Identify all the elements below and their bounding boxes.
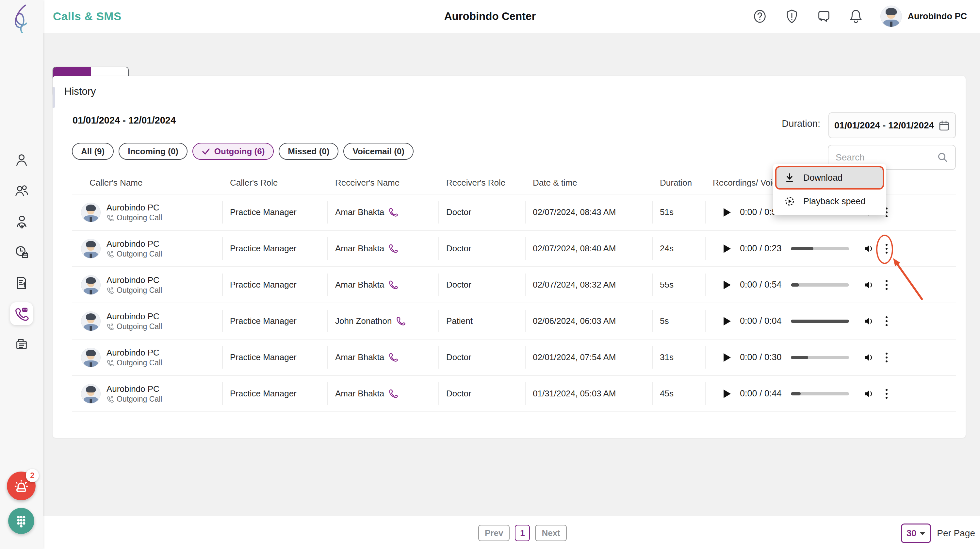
progress-bar[interactable] <box>791 283 849 286</box>
play-icon <box>724 353 731 362</box>
volume-button[interactable] <box>863 243 874 254</box>
people-icon <box>14 183 29 198</box>
recording-cell: 0:00 / 0:30 <box>705 339 956 375</box>
current-page-button[interactable]: 1 <box>515 525 530 541</box>
recording-cell: 0:00 / 0:44 <box>705 376 956 411</box>
sidebar-item-doctor[interactable] <box>10 210 33 233</box>
user-name: Aurobindo PC <box>908 11 967 22</box>
user-avatar <box>880 6 902 27</box>
progress-bar[interactable] <box>791 392 849 395</box>
play-icon <box>724 281 731 289</box>
progress-bar[interactable] <box>791 247 849 250</box>
caller-name: Aurobindo PC <box>107 347 162 358</box>
playback-speed-icon <box>784 196 795 207</box>
duration-cell: 45s <box>652 376 705 411</box>
phone-icon[interactable] <box>388 243 399 254</box>
emergency-button[interactable]: 2 <box>7 471 36 500</box>
filter-chip[interactable]: Incoming (0) <box>119 143 188 160</box>
siren-icon <box>13 477 30 495</box>
next-page-button[interactable]: Next <box>535 525 566 541</box>
duration-cell: 24s <box>652 231 705 266</box>
duration-range-picker[interactable]: 01/01/2024 - 12/01/2024 <box>829 112 956 138</box>
filter-chip[interactable]: All (9) <box>72 143 114 160</box>
per-page-select[interactable]: 30 <box>901 524 931 543</box>
dialpad-icon <box>14 513 29 528</box>
filter-chip[interactable]: Voicemail (0) <box>343 143 413 160</box>
user-menu[interactable]: Aurobindo PC <box>880 6 967 27</box>
phone-icon[interactable] <box>396 316 406 326</box>
call-type-label: Outgoing Call <box>117 358 162 367</box>
filter-chip-label: Voicemail (0) <box>353 146 404 156</box>
call-type: Outgoing Call <box>107 213 162 222</box>
volume-button[interactable] <box>863 388 874 399</box>
play-button[interactable] <box>724 389 732 398</box>
more-options-button[interactable] <box>884 279 889 291</box>
sidebar-item-profile[interactable] <box>10 149 33 172</box>
receiver-role-cell: Patient <box>438 303 525 339</box>
dialpad-button[interactable] <box>8 508 34 534</box>
more-options-button[interactable] <box>884 315 889 328</box>
history-accent-bar <box>52 87 55 108</box>
app-root: 2 Calls & SMS Aurobindo Center Aurobind <box>0 0 980 549</box>
search-input[interactable] <box>835 152 937 163</box>
sidebar-item-schedule[interactable] <box>10 241 33 264</box>
more-options-button[interactable] <box>884 388 889 400</box>
receiver-cell: Amar Bhakta <box>327 231 438 266</box>
emergency-badge: 2 <box>26 469 39 482</box>
caller-cell: Aurobindo PC Outgoing Call <box>72 194 222 230</box>
phone-icon[interactable] <box>388 280 399 290</box>
play-button[interactable] <box>724 280 732 290</box>
outgoing-call-icon <box>107 359 114 367</box>
menu-item-download[interactable]: Download <box>775 166 884 189</box>
per-page-label: Per Page <box>937 528 975 539</box>
calls-sms-icon <box>14 306 29 321</box>
calendar-icon <box>938 119 950 131</box>
alert-button[interactable] <box>784 9 799 24</box>
play-button[interactable] <box>724 244 732 253</box>
sidebar-item-people[interactable] <box>10 180 33 202</box>
help-button[interactable] <box>752 9 767 24</box>
menu-item-playback-speed[interactable]: Playback speed <box>775 189 884 213</box>
recording-context-menu: Download Playback speed <box>773 164 886 215</box>
volume-button[interactable] <box>863 352 874 363</box>
filter-chip[interactable]: Outgoing (6) <box>192 143 274 160</box>
play-button[interactable] <box>724 208 732 217</box>
progress-bar[interactable] <box>791 356 849 359</box>
prev-page-button[interactable]: Prev <box>478 525 510 541</box>
help-icon <box>752 9 767 24</box>
chat-button[interactable] <box>816 9 831 24</box>
fax-icon <box>14 337 29 352</box>
volume-button[interactable] <box>863 316 874 326</box>
phone-icon[interactable] <box>388 352 399 363</box>
receiver-role-cell: Doctor <box>438 194 525 230</box>
caller-name: Aurobindo PC <box>107 202 162 213</box>
phone-icon[interactable] <box>388 388 399 399</box>
sidebar-item-calls-sms[interactable] <box>10 302 33 325</box>
caller-name: Aurobindo PC <box>107 311 162 322</box>
playback-time: 0:00 / 0:44 <box>740 388 783 399</box>
datetime-cell: 02/01/2024, 07:54 AM <box>525 339 652 375</box>
play-button[interactable] <box>724 353 732 362</box>
sidebar-item-billing[interactable] <box>10 272 33 294</box>
bell-icon <box>848 9 863 24</box>
receiver-cell: Amar Bhakta <box>327 339 438 375</box>
volume-button[interactable] <box>863 280 874 290</box>
pagination: Prev 1 Next <box>478 525 567 541</box>
app-logo[interactable] <box>7 3 36 33</box>
more-options-button[interactable] <box>884 242 889 255</box>
chat-icon <box>816 9 831 24</box>
more-options-button[interactable] <box>884 351 889 364</box>
receiver-role-cell: Doctor <box>438 267 525 302</box>
date-range-text: 01/01/2024 - 12/01/2024 <box>73 115 176 126</box>
receiver-name: Amar Bhakta <box>335 207 384 217</box>
play-button[interactable] <box>724 317 732 326</box>
filter-chip[interactable]: Missed (0) <box>278 143 339 160</box>
column-header: Caller's Role <box>222 172 327 194</box>
notifications-button[interactable] <box>848 9 863 24</box>
sidebar-item-fax[interactable] <box>10 333 33 356</box>
filter-chip-label: All (9) <box>81 146 105 156</box>
playback-time: 0:00 / 0:23 <box>740 243 783 254</box>
caller-name: Aurobindo PC <box>107 384 162 395</box>
progress-bar[interactable] <box>791 320 849 323</box>
phone-icon[interactable] <box>388 207 399 218</box>
